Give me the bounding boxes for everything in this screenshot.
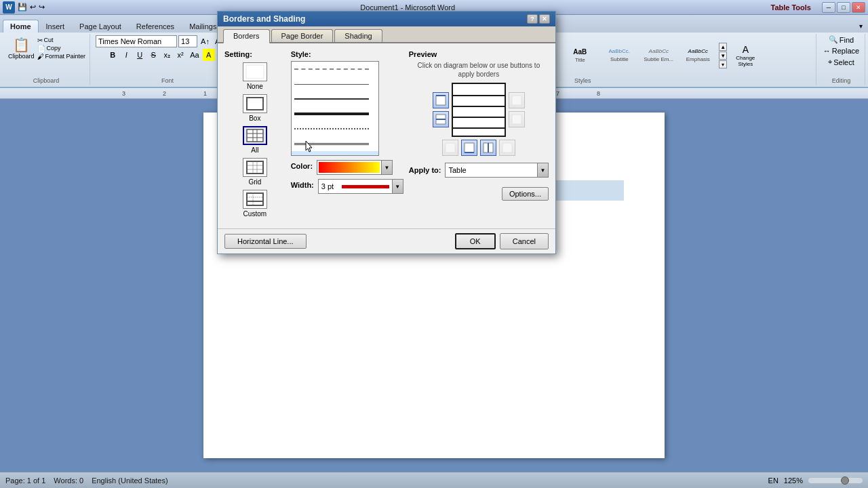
subscript-button[interactable]: x₂ xyxy=(161,49,173,61)
border-bottom-center-button[interactable] xyxy=(480,140,496,156)
border-bottom-left-button[interactable] xyxy=(442,140,458,156)
setting-all[interactable]: All xyxy=(224,126,285,154)
word-icon: W xyxy=(3,1,15,14)
dialog-footer: Horizontal Line... OK Cancel xyxy=(218,228,555,253)
style-line-double[interactable] xyxy=(292,136,378,151)
setting-box-icon xyxy=(243,94,267,113)
words-info: Words: 0 xyxy=(54,476,83,485)
svg-rect-27 xyxy=(502,143,512,152)
clipboard-group: 📋 Clipboard ✂Cut 📄Copy 🖌Format Painter C… xyxy=(3,34,90,85)
styles-scroll-up[interactable]: ▲ ▼ ▾ xyxy=(719,43,727,68)
preview-box[interactable] xyxy=(452,83,506,137)
style-list[interactable] xyxy=(291,61,379,156)
border-inside-h-button[interactable] xyxy=(433,111,449,127)
setting-none-icon xyxy=(243,62,267,81)
qat-undo[interactable]: ↩ xyxy=(30,3,36,12)
dialog-title-bar[interactable]: Borders and Shading ? ✕ xyxy=(218,12,555,26)
footer-right: OK Cancel xyxy=(455,233,549,249)
tab-shading[interactable]: Shading xyxy=(334,29,382,42)
cancel-button[interactable]: Cancel xyxy=(500,233,549,249)
style-emphasis[interactable]: AaBbCc Emphasis xyxy=(678,35,717,76)
qat-save[interactable]: 💾 xyxy=(18,3,27,12)
minimize-button[interactable]: ─ xyxy=(822,2,835,13)
replace-button[interactable]: ↔Replace xyxy=(823,47,859,55)
dialog-close-button[interactable]: ✕ xyxy=(539,14,550,24)
maximize-button[interactable]: □ xyxy=(837,2,850,13)
italic-button[interactable]: I xyxy=(120,49,132,61)
find-button[interactable]: 🔍Find xyxy=(829,35,854,44)
setting-grid[interactable]: Grid xyxy=(224,158,285,186)
style-title[interactable]: AaB Title xyxy=(560,35,599,76)
setting-box[interactable]: Box xyxy=(224,94,285,122)
setting-grid-icon xyxy=(243,158,267,177)
style-subtitle[interactable]: AaBbCc. Subtitle xyxy=(599,35,639,76)
window-controls[interactable]: ─ □ ✕ xyxy=(822,2,865,13)
border-bottom-right-button[interactable] xyxy=(499,140,515,156)
qat-redo[interactable]: ↪ xyxy=(39,3,45,12)
color-dropdown-arrow[interactable]: ▼ xyxy=(381,161,392,174)
tab-references[interactable]: References xyxy=(129,20,182,33)
cut-button[interactable]: ✂Cut xyxy=(37,37,86,44)
dialog-help-button[interactable]: ? xyxy=(527,14,538,24)
setting-none[interactable]: None xyxy=(224,62,285,90)
setting-label: Setting: xyxy=(224,50,285,58)
grow-font-button[interactable]: A↑ xyxy=(199,35,212,47)
style-label: Style: xyxy=(291,50,403,58)
border-right-v-button[interactable] xyxy=(509,92,525,108)
underline-button[interactable]: U xyxy=(134,49,146,61)
style-line-dotted[interactable] xyxy=(292,121,378,136)
style-line-red-thick[interactable] xyxy=(292,151,378,156)
border-bottom-button[interactable] xyxy=(461,140,477,156)
style-line-thin[interactable] xyxy=(292,77,378,92)
zoom-slider[interactable] xyxy=(808,478,863,483)
setting-custom-label: Custom xyxy=(243,210,267,218)
tab-insert[interactable]: Insert xyxy=(39,20,73,33)
font-name-input[interactable] xyxy=(96,35,177,47)
apply-to-dropdown[interactable]: Table ▼ xyxy=(445,163,549,178)
border-diag-button[interactable] xyxy=(509,111,525,127)
preview-line-1 xyxy=(453,95,505,96)
change-styles-button[interactable]: A ChangeStyles xyxy=(728,43,762,68)
close-button[interactable]: ✕ xyxy=(852,2,865,13)
preview-line-4 xyxy=(453,127,505,129)
style-subtle-emphasis[interactable]: AaBbCc Subtle Em... xyxy=(639,35,678,76)
color-dropdown[interactable]: ▼ xyxy=(317,160,393,175)
copy-button[interactable]: 📄Copy xyxy=(37,45,86,52)
select-button[interactable]: ⌖Select xyxy=(828,58,854,66)
setting-custom[interactable]: Custom xyxy=(224,190,285,218)
style-line-medium[interactable] xyxy=(292,92,378,106)
format-painter-button[interactable]: 🖌Format Painter xyxy=(37,53,86,60)
change-case-button[interactable]: Aa xyxy=(188,49,201,61)
ok-button[interactable]: OK xyxy=(455,233,496,249)
strikethrough-button[interactable]: S xyxy=(147,49,159,61)
text-highlight-button[interactable]: A xyxy=(203,49,215,61)
preview-bottom-buttons xyxy=(442,140,515,156)
border-top-button[interactable] xyxy=(433,92,449,108)
page-info: Page: 1 of 1 xyxy=(5,476,45,485)
ribbon-expand-icon[interactable]: ▾ xyxy=(856,20,865,33)
color-label: Color: xyxy=(291,162,313,170)
style-line-dashes[interactable] xyxy=(292,62,378,77)
options-button[interactable]: Options... xyxy=(502,187,549,201)
apply-to-arrow[interactable]: ▼ xyxy=(537,163,548,177)
paste-button[interactable]: 📋 Clipboard xyxy=(7,35,36,61)
svg-rect-0 xyxy=(246,65,264,79)
setting-box-label: Box xyxy=(249,115,260,122)
tab-borders[interactable]: Borders xyxy=(223,29,270,43)
superscript-button[interactable]: x² xyxy=(174,49,186,61)
tab-home[interactable]: Home xyxy=(3,20,39,33)
font-size-input[interactable] xyxy=(178,35,197,47)
horizontal-line-button[interactable]: Horizontal Line... xyxy=(224,234,307,249)
width-dropdown[interactable]: 3 pt ▼ xyxy=(318,179,403,194)
width-dropdown-arrow[interactable]: ▼ xyxy=(392,180,403,193)
color-row: Color: ▼ xyxy=(291,160,403,175)
preview-right-buttons xyxy=(509,92,525,127)
clipboard-content: 📋 Clipboard ✂Cut 📄Copy 🖌Format Painter xyxy=(7,35,85,76)
svg-rect-7 xyxy=(247,161,263,174)
tab-page-border[interactable]: Page Border xyxy=(271,29,334,42)
bold-button[interactable]: B xyxy=(106,49,119,61)
tab-page-layout[interactable]: Page Layout xyxy=(72,20,129,33)
svg-rect-2 xyxy=(247,129,263,142)
style-line-thick[interactable] xyxy=(292,106,378,121)
width-row: Width: 3 pt ▼ xyxy=(291,179,403,194)
